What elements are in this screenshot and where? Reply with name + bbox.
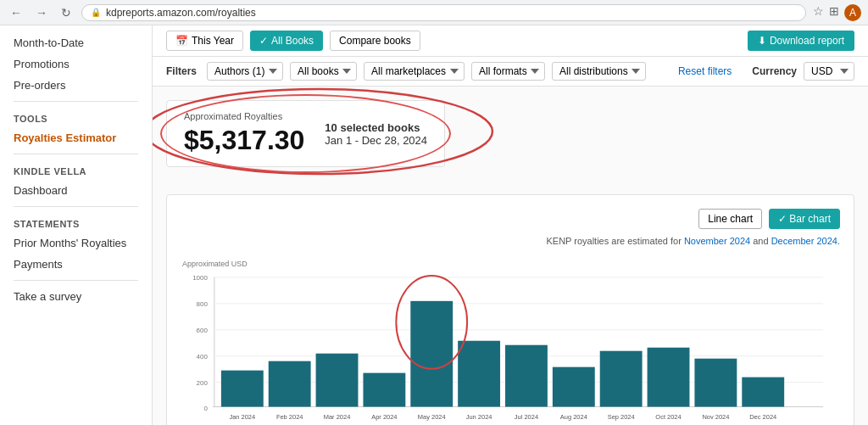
all-books-button[interactable]: ✓ All Books <box>250 31 323 51</box>
svg-text:Oct 2024: Oct 2024 <box>655 413 681 421</box>
url-bar[interactable]: 🔒 kdpreports.amazon.com/royalties <box>81 4 806 21</box>
sidebar: Month-to-Date Promotions Pre-orders TOOL… <box>0 25 153 425</box>
svg-text:Dec 2024: Dec 2024 <box>749 413 776 421</box>
calendar-icon: 📅 <box>175 35 188 47</box>
royalties-amount: $5,317.30 <box>184 125 304 156</box>
svg-text:Jun 2024: Jun 2024 <box>466 413 492 421</box>
bar-apr <box>363 373 405 407</box>
sidebar-item-prior-months[interactable]: Prior Months' Royalties <box>0 232 152 254</box>
sidebar-item-payments[interactable]: Payments <box>0 254 152 275</box>
kenp-note: KENP royalties are estimated for Novembe… <box>181 236 840 246</box>
bar-chart-svg: Approximated USD 1000 800 600 400 2 <box>181 256 840 425</box>
svg-text:Nov 2024: Nov 2024 <box>702 413 729 421</box>
svg-text:Aug 2024: Aug 2024 <box>560 413 587 421</box>
lock-icon: 🔒 <box>91 8 101 17</box>
sidebar-item-month-to-date[interactable]: Month-to-Date <box>0 32 152 53</box>
svg-text:600: 600 <box>197 327 209 334</box>
checkmark-icon: ✓ <box>778 213 789 225</box>
bar-mar <box>316 354 359 407</box>
compare-books-button[interactable]: Compare books <box>330 31 420 51</box>
bar-may <box>410 301 453 407</box>
svg-text:400: 400 <box>197 353 209 361</box>
currency-select[interactable]: USD <box>804 62 854 81</box>
bar-aug <box>553 367 595 407</box>
chart-container: Line chart ✓ Bar chart KENP royalties ar… <box>166 194 854 425</box>
sidebar-item-royalties-estimator[interactable]: Royalties Estimator <box>0 127 152 148</box>
sidebar-divider-3 <box>14 206 138 207</box>
sidebar-divider-2 <box>14 154 138 154</box>
bar-nov <box>694 359 737 407</box>
bar-chart-button[interactable]: ✓ Bar chart <box>769 209 840 229</box>
bar-oct <box>648 348 690 407</box>
authors-filter[interactable]: Authors (1) <box>207 62 283 81</box>
all-formats-filter[interactable]: All formats <box>471 62 545 81</box>
checkmark-icon: ✓ <box>259 35 268 47</box>
bar-sep <box>600 351 643 407</box>
line-chart-button[interactable]: Line chart <box>698 209 762 229</box>
back-button[interactable]: ← <box>7 4 25 21</box>
sidebar-divider-4 <box>14 280 138 281</box>
browser-bar: ← → ↻ 🔒 kdpreports.amazon.com/royalties … <box>0 0 868 25</box>
date-range: Jan 1 - Dec 28, 2024 <box>325 134 427 147</box>
download-report-button[interactable]: ⬇ Download report <box>748 31 854 51</box>
bar-jan <box>221 371 264 407</box>
svg-text:Approximated USD: Approximated USD <box>182 260 248 268</box>
main-content: 📅 This Year ✓ All Books Compare books ⬇ … <box>153 25 868 425</box>
filters-label: Filters <box>166 65 197 77</box>
svg-text:Jul 2024: Jul 2024 <box>515 413 538 421</box>
svg-text:200: 200 <box>197 379 209 387</box>
books-info: 10 selected books Jan 1 - Dec 28, 2024 <box>325 121 427 147</box>
svg-text:800: 800 <box>197 300 209 308</box>
sidebar-item-promotions[interactable]: Promotions <box>0 53 152 75</box>
url-text: kdpreports.amazon.com/royalties <box>106 7 256 19</box>
statements-section-label: STATEMENTS <box>0 212 152 232</box>
filters-row: Filters Authors (1) All books All market… <box>153 57 868 87</box>
currency-label: Currency <box>752 65 797 77</box>
bookmark-icon[interactable]: ☆ <box>813 4 824 21</box>
download-icon: ⬇ <box>758 35 766 47</box>
sidebar-item-pre-orders[interactable]: Pre-orders <box>0 75 152 96</box>
kindle-vella-section-label: KINDLE VELLA <box>0 159 152 180</box>
tools-section-label: TOOLS <box>0 107 152 127</box>
bar-jul <box>505 345 548 407</box>
sidebar-item-take-survey[interactable]: Take a survey <box>0 286 152 307</box>
svg-text:Feb 2024: Feb 2024 <box>276 413 303 421</box>
all-marketplaces-filter[interactable]: All marketplaces <box>364 62 465 81</box>
bar-feb <box>269 361 311 407</box>
chart-area: Approximated Royalties $5,317.30 10 sele… <box>153 87 868 425</box>
svg-text:May 2024: May 2024 <box>418 413 446 421</box>
books-count: 10 selected books <box>325 121 427 134</box>
kenp-nov-link[interactable]: November 2024 <box>684 236 750 246</box>
chart-header: Line chart ✓ Bar chart <box>181 209 840 229</box>
extensions-icon[interactable]: ⊞ <box>829 4 839 21</box>
svg-text:0: 0 <box>203 405 208 412</box>
approx-label: Approximated Royalties <box>184 111 304 121</box>
bar-jun <box>458 341 500 407</box>
bar-chart-wrap: Approximated USD 1000 800 600 400 2 <box>181 256 840 425</box>
forward-button[interactable]: → <box>32 4 51 21</box>
all-books-filter[interactable]: All books <box>290 62 357 81</box>
svg-text:Sep 2024: Sep 2024 <box>608 413 635 421</box>
toolbar: 📅 This Year ✓ All Books Compare books ⬇ … <box>153 25 868 57</box>
all-distributions-filter[interactable]: All distributions <box>552 62 646 81</box>
sidebar-item-dashboard[interactable]: Dashboard <box>0 180 152 201</box>
svg-text:Apr 2024: Apr 2024 <box>371 413 397 421</box>
this-year-button[interactable]: 📅 This Year <box>166 31 243 51</box>
royalties-summary: Approximated Royalties $5,317.30 10 sele… <box>166 100 445 167</box>
profile-icon[interactable]: A <box>844 4 861 21</box>
reload-button[interactable]: ↻ <box>58 4 75 21</box>
svg-text:1000: 1000 <box>192 274 208 282</box>
kenp-dec-link[interactable]: December 2024 <box>771 236 837 246</box>
browser-actions: ☆ ⊞ A <box>813 4 861 21</box>
reset-filters-link[interactable]: Reset filters <box>678 65 732 77</box>
svg-text:Jan 2024: Jan 2024 <box>229 413 255 421</box>
bar-dec <box>742 377 784 407</box>
sidebar-divider-1 <box>14 101 138 102</box>
svg-text:Mar 2024: Mar 2024 <box>324 413 351 421</box>
